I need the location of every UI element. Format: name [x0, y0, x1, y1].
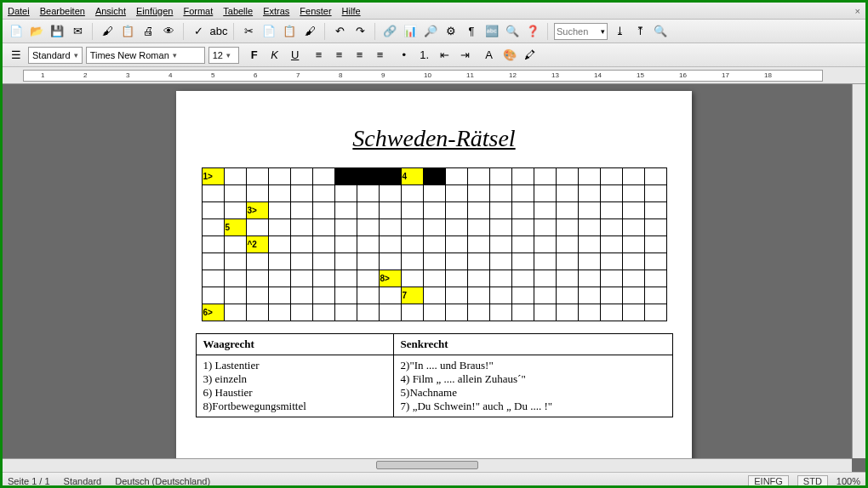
- grid-cell[interactable]: [489, 253, 511, 270]
- font-combo[interactable]: Times New Roman▾: [86, 47, 205, 64]
- format-paint-icon[interactable]: 🖌: [301, 23, 318, 40]
- grid-cell[interactable]: [511, 287, 534, 304]
- grid-cell[interactable]: [622, 219, 644, 236]
- grid-cell[interactable]: [224, 304, 246, 321]
- grid-cell[interactable]: [489, 202, 511, 219]
- align-justify-icon[interactable]: ≡: [372, 47, 389, 64]
- grid-cell[interactable]: [511, 219, 534, 236]
- grid-cell[interactable]: [312, 287, 334, 304]
- spellcheck-icon[interactable]: ✓: [190, 23, 207, 40]
- menu-tabelle[interactable]: Tabelle: [223, 6, 253, 16]
- grid-cell[interactable]: [423, 202, 445, 219]
- open-icon[interactable]: 📂: [28, 23, 45, 40]
- grid-cell[interactable]: [357, 219, 379, 236]
- grid-cell[interactable]: [622, 304, 644, 321]
- grid-cell[interactable]: [334, 304, 357, 321]
- grid-cell[interactable]: [268, 287, 290, 304]
- grid-cell[interactable]: 6>: [202, 304, 224, 321]
- underline-button[interactable]: U: [287, 47, 304, 64]
- grid-cell[interactable]: [445, 270, 467, 287]
- grid-cell[interactable]: [556, 185, 578, 202]
- status-insert[interactable]: EINFG: [748, 475, 789, 487]
- grid-cell[interactable]: [423, 219, 445, 236]
- grid-cell[interactable]: [534, 236, 556, 253]
- grid-cell[interactable]: [423, 185, 445, 202]
- grid-cell[interactable]: [312, 202, 334, 219]
- grid-cell[interactable]: [423, 168, 445, 185]
- grid-cell[interactable]: [534, 253, 556, 270]
- table-icon[interactable]: 📊: [402, 23, 419, 40]
- grid-cell[interactable]: [489, 185, 511, 202]
- grid-cell[interactable]: [600, 253, 622, 270]
- grid-cell[interactable]: [578, 304, 600, 321]
- grid-cell[interactable]: [622, 202, 644, 219]
- grid-cell[interactable]: [379, 236, 401, 253]
- paste-icon[interactable]: 📋: [281, 23, 298, 40]
- grid-cell[interactable]: [556, 287, 578, 304]
- grid-cell[interactable]: [467, 304, 489, 321]
- grid-cell[interactable]: [534, 219, 556, 236]
- grid-cell[interactable]: [312, 219, 334, 236]
- search-box[interactable]: ▾: [554, 23, 608, 40]
- grid-cell[interactable]: [467, 270, 489, 287]
- grid-cell[interactable]: [268, 270, 290, 287]
- grid-cell[interactable]: [224, 185, 246, 202]
- status-language[interactable]: Deutsch (Deutschland): [115, 476, 210, 486]
- grid-cell[interactable]: [224, 287, 246, 304]
- grid-cell[interactable]: [423, 253, 445, 270]
- grid-cell[interactable]: [357, 185, 379, 202]
- grid-cell[interactable]: [489, 270, 511, 287]
- grid-cell[interactable]: [312, 270, 334, 287]
- grid-cell[interactable]: [202, 270, 224, 287]
- undo-icon[interactable]: ↶: [331, 23, 348, 40]
- grid-cell[interactable]: [578, 185, 600, 202]
- grid-cell[interactable]: [202, 287, 224, 304]
- grid-cell[interactable]: [246, 287, 268, 304]
- grid-cell[interactable]: [401, 270, 423, 287]
- menu-ansicht[interactable]: Ansicht: [95, 6, 126, 16]
- grid-cell[interactable]: [224, 236, 246, 253]
- grid-cell[interactable]: [357, 253, 379, 270]
- grid-cell[interactable]: [644, 253, 666, 270]
- zoom-icon[interactable]: 🔍: [504, 23, 521, 40]
- grid-cell[interactable]: [357, 270, 379, 287]
- grid-cell[interactable]: [423, 304, 445, 321]
- bullets-icon[interactable]: •: [396, 47, 413, 64]
- save-icon[interactable]: 💾: [49, 23, 66, 40]
- grid-cell[interactable]: [224, 270, 246, 287]
- grid-cell[interactable]: [357, 168, 379, 185]
- horizontal-scrollbar[interactable]: [3, 458, 852, 472]
- grid-cell[interactable]: [445, 202, 467, 219]
- find-icon[interactable]: 🔎: [422, 23, 439, 40]
- grid-cell[interactable]: [445, 287, 467, 304]
- grid-cell[interactable]: [467, 287, 489, 304]
- grid-cell[interactable]: [246, 270, 268, 287]
- nonprint-icon[interactable]: ¶: [463, 23, 480, 40]
- grid-cell[interactable]: [312, 185, 334, 202]
- print-icon[interactable]: 🖨: [140, 23, 157, 40]
- grid-cell[interactable]: [246, 185, 268, 202]
- style-combo[interactable]: Standard▾: [28, 47, 83, 64]
- grid-cell[interactable]: [423, 287, 445, 304]
- grid-cell[interactable]: [202, 219, 224, 236]
- grid-cell[interactable]: [445, 304, 467, 321]
- grid-cell[interactable]: [268, 236, 290, 253]
- grid-cell[interactable]: [511, 253, 534, 270]
- grid-cell[interactable]: [445, 253, 467, 270]
- grid-cell[interactable]: [401, 185, 423, 202]
- grid-cell[interactable]: [489, 219, 511, 236]
- grid-cell[interactable]: [511, 202, 534, 219]
- bold-button[interactable]: F: [246, 47, 263, 64]
- grid-cell[interactable]: [622, 270, 644, 287]
- mail-icon[interactable]: ✉: [69, 23, 86, 40]
- grid-cell[interactable]: [401, 304, 423, 321]
- grid-cell[interactable]: [644, 219, 666, 236]
- grid-cell[interactable]: [334, 168, 357, 185]
- grid-cell[interactable]: [534, 270, 556, 287]
- grid-cell[interactable]: [600, 185, 622, 202]
- redo-icon[interactable]: ↷: [351, 23, 368, 40]
- grid-cell[interactable]: [379, 168, 401, 185]
- inc-indent-icon[interactable]: ⇥: [457, 47, 474, 64]
- styles-icon[interactable]: ☰: [8, 47, 25, 64]
- grid-cell[interactable]: [467, 202, 489, 219]
